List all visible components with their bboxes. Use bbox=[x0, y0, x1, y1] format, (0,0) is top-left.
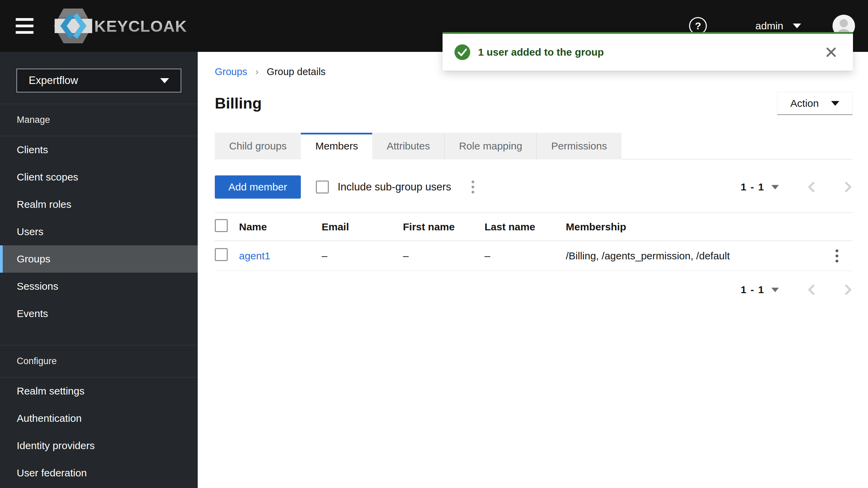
tab-members[interactable]: Members bbox=[301, 133, 372, 159]
caret-down-icon bbox=[831, 101, 839, 106]
member-name-link[interactable]: agent1 bbox=[239, 250, 270, 261]
sidebar-item-client-scopes[interactable]: Client scopes bbox=[0, 163, 198, 191]
include-subgroups-control: Include sub-group users bbox=[316, 181, 451, 193]
realm-selector-dropdown[interactable]: Expertflow bbox=[16, 69, 181, 92]
pagination-range: 1 - 1 bbox=[741, 181, 765, 193]
nav-toggle-hamburger-icon[interactable] bbox=[16, 18, 33, 34]
action-label: Action bbox=[790, 98, 819, 109]
pagination-range-dropdown[interactable]: 1 - 1 bbox=[741, 181, 779, 193]
previous-page-angle-left-icon[interactable] bbox=[807, 182, 816, 192]
keycloak-logo: KEYCLOAK bbox=[54, 6, 187, 46]
sidebar-item-users[interactable]: Users bbox=[0, 218, 198, 245]
keycloak-hexagon-icon bbox=[54, 6, 92, 46]
member-first-name: – bbox=[403, 241, 485, 271]
include-subgroups-label: Include sub-group users bbox=[338, 181, 451, 193]
member-last-name: – bbox=[485, 241, 566, 271]
sidebar-item-clients[interactable]: Clients bbox=[0, 136, 198, 163]
nav-section-manage: Manage Clients Client scopes Realm roles… bbox=[0, 104, 198, 327]
caret-down-icon bbox=[771, 185, 779, 189]
sidebar-item-user-federation[interactable]: User federation bbox=[0, 459, 198, 487]
group-detail-tabs: Child groups Members Attributes Role map… bbox=[215, 133, 853, 159]
sidebar-item-realm-roles[interactable]: Realm roles bbox=[0, 191, 198, 218]
column-header-membership: Membership bbox=[566, 213, 831, 241]
main-content: Groups › Group details Billing Action Ch… bbox=[198, 52, 868, 488]
tab-permissions[interactable]: Permissions bbox=[536, 133, 621, 159]
caret-down-icon bbox=[793, 24, 801, 28]
user-menu-dropdown[interactable]: admin bbox=[755, 20, 801, 32]
pagination-range: 1 - 1 bbox=[741, 284, 765, 296]
caret-down-icon bbox=[160, 78, 169, 83]
success-toast: 1 user added to the group bbox=[443, 32, 853, 71]
page-header: Billing Action bbox=[215, 92, 853, 115]
table-header-row: Name Email First name Last name Membersh… bbox=[215, 213, 853, 241]
action-dropdown-button[interactable]: Action bbox=[777, 92, 853, 115]
sidebar-item-groups[interactable]: Groups bbox=[0, 245, 198, 273]
column-header-name: Name bbox=[239, 213, 322, 241]
column-header-first-name: First name bbox=[403, 213, 485, 241]
breadcrumb-current: Group details bbox=[267, 66, 326, 77]
caret-down-icon bbox=[771, 288, 779, 292]
next-page-angle-right-icon[interactable] bbox=[844, 182, 853, 192]
members-table: Name Email First name Last name Membersh… bbox=[215, 213, 853, 271]
pagination-range-dropdown[interactable]: 1 - 1 bbox=[741, 284, 779, 296]
sidebar-item-authentication[interactable]: Authentication bbox=[0, 405, 198, 432]
previous-page-angle-left-icon[interactable] bbox=[807, 284, 816, 295]
column-header-last-name: Last name bbox=[485, 213, 566, 241]
realm-name: Expertflow bbox=[29, 74, 78, 87]
angle-right-icon: › bbox=[255, 67, 258, 77]
pagination-top: 1 - 1 bbox=[741, 181, 853, 193]
breadcrumb-link-groups[interactable]: Groups bbox=[215, 66, 247, 77]
row-kebab-menu-icon[interactable] bbox=[831, 247, 843, 265]
row-checkbox[interactable] bbox=[215, 248, 228, 261]
table-row: agent1 – – – /Billing, /agents_permissio… bbox=[215, 241, 853, 271]
tab-role-mapping[interactable]: Role mapping bbox=[444, 133, 536, 159]
check-circle-icon bbox=[454, 44, 471, 60]
keycloak-admin-console: KEYCLOAK ? admin 1 user added to the gro bbox=[0, 0, 868, 488]
nav-section-configure: Configure Realm settings Authentication … bbox=[0, 345, 198, 487]
nav-section-title: Manage bbox=[0, 104, 198, 136]
toolbar-kebab-menu-icon[interactable] bbox=[467, 178, 479, 196]
sidebar-item-realm-settings[interactable]: Realm settings bbox=[0, 377, 198, 405]
include-subgroups-checkbox[interactable] bbox=[316, 181, 329, 193]
sidebar-item-sessions[interactable]: Sessions bbox=[0, 273, 198, 300]
tab-attributes[interactable]: Attributes bbox=[372, 133, 444, 159]
page-title: Billing bbox=[215, 95, 262, 112]
sidebar-item-events[interactable]: Events bbox=[0, 300, 198, 327]
tab-child-groups[interactable]: Child groups bbox=[215, 133, 301, 159]
sidebar-item-identity-providers[interactable]: Identity providers bbox=[0, 432, 198, 459]
next-page-angle-right-icon[interactable] bbox=[844, 284, 853, 295]
add-member-button[interactable]: Add member bbox=[215, 175, 301, 199]
members-toolbar: Add member Include sub-group users 1 - 1 bbox=[215, 175, 853, 199]
column-header-email: Email bbox=[322, 213, 403, 241]
sidebar-nav: Expertflow Manage Clients Client scopes … bbox=[0, 52, 198, 488]
close-icon[interactable] bbox=[824, 45, 838, 59]
brand-text: KEYCLOAK bbox=[94, 17, 187, 35]
select-all-checkbox[interactable] bbox=[215, 219, 228, 232]
nav-section-title: Configure bbox=[0, 345, 198, 377]
pagination-bottom: 1 - 1 bbox=[741, 284, 853, 296]
toast-message: 1 user added to the group bbox=[478, 46, 604, 58]
pagination-bottom-wrap: 1 - 1 bbox=[215, 284, 853, 296]
username-label: admin bbox=[755, 20, 783, 32]
member-membership: /Billing, /agents_permission, /default bbox=[566, 241, 831, 271]
member-email: – bbox=[322, 241, 403, 271]
